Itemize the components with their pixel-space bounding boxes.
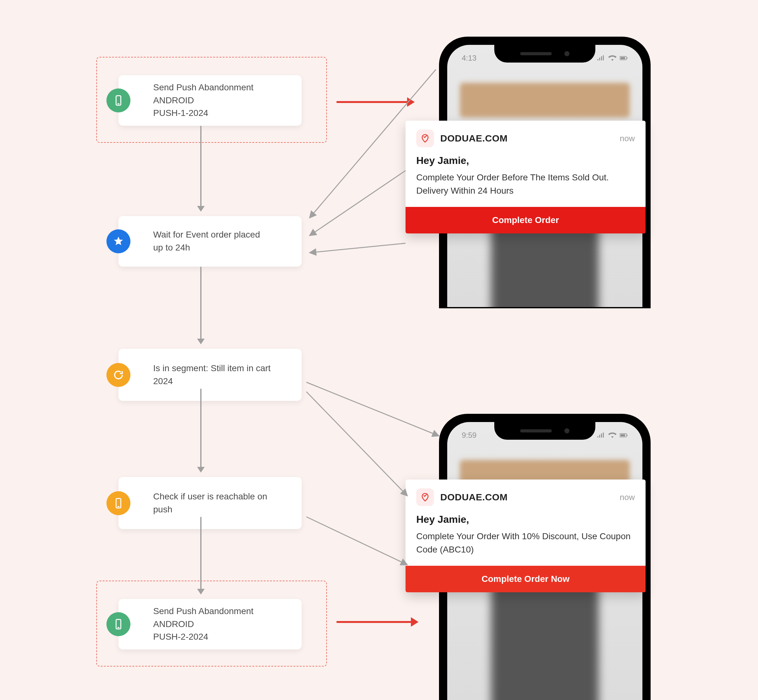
push-notification-1[interactable]: DODUAE.COM now Hey Jamie, Complete Your …: [406, 121, 645, 233]
app-logo-icon: [416, 130, 434, 147]
node-label: Is in segment: Still item in cart 2024: [153, 362, 288, 388]
connector-1-2: [200, 126, 202, 211]
connector-3-4: [200, 389, 202, 472]
phone-notch: [494, 422, 595, 440]
phone-status-icons: [597, 432, 628, 439]
notification-message: Complete Your Order Before The Items Sol…: [416, 171, 635, 197]
phone-icon: [106, 89, 130, 112]
notification-time: now: [620, 492, 635, 502]
app-logo-icon: [416, 488, 434, 506]
signal-icon: [597, 55, 605, 61]
notification-source: DODUAE.COM: [440, 492, 508, 503]
red-arrow-2: [336, 621, 417, 623]
diagram-stage: Send Push Abandonment ANDROID PUSH-1-202…: [0, 0, 758, 700]
svg-rect-7: [627, 58, 628, 59]
svg-line-16: [306, 392, 408, 496]
svg-line-17: [306, 517, 408, 565]
notification-source: DODUAE.COM: [440, 133, 508, 144]
flow-node-wait-event[interactable]: Wait for Event order placed up to 24h: [119, 216, 302, 267]
phone-time: 4:13: [462, 54, 477, 62]
node-label: Send Push Abandonment ANDROID PUSH-2-202…: [153, 605, 288, 644]
flow-node-send-push-1[interactable]: Send Push Abandonment ANDROID PUSH-1-202…: [119, 75, 302, 126]
svg-rect-10: [627, 434, 628, 436]
phone-status-icons: [597, 55, 628, 61]
notification-title: Hey Jamie,: [416, 155, 635, 166]
connector-4-5: [200, 517, 202, 594]
notification-time: now: [620, 134, 635, 144]
notification-message: Complete Your Order With 10% Discount, U…: [416, 530, 635, 556]
star-icon: [106, 229, 130, 253]
svg-rect-11: [620, 434, 625, 436]
complete-order-now-button[interactable]: Complete Order Now: [406, 566, 645, 592]
node-label: Wait for Event order placed up to 24h: [153, 228, 260, 254]
flow-node-send-push-2[interactable]: Send Push Abandonment ANDROID PUSH-2-202…: [119, 599, 302, 650]
node-label: Send Push Abandonment ANDROID PUSH-1-202…: [153, 81, 288, 120]
flow-node-reachable-check[interactable]: Check if user is reachable on push: [119, 477, 302, 529]
battery-icon: [620, 432, 628, 439]
svg-line-15: [306, 382, 439, 436]
node-label: Check if user is reachable on push: [153, 490, 288, 516]
red-arrow-1: [336, 101, 413, 103]
phone-time: 9:59: [462, 431, 477, 440]
phone-content-banner: [460, 83, 630, 117]
cycle-icon: [106, 363, 130, 387]
push-notification-2[interactable]: DODUAE.COM now Hey Jamie, Complete Your …: [406, 480, 645, 592]
svg-rect-8: [620, 57, 625, 59]
connector-2-3: [200, 267, 202, 344]
svg-line-13: [309, 170, 406, 236]
wifi-icon: [608, 432, 616, 439]
notification-title: Hey Jamie,: [416, 514, 635, 525]
signal-icon: [597, 432, 605, 439]
battery-icon: [620, 55, 628, 61]
phone-icon: [106, 612, 130, 636]
phone-notch: [494, 45, 595, 62]
wifi-icon: [608, 55, 616, 61]
flow-node-segment-check[interactable]: Is in segment: Still item in cart 2024: [119, 349, 302, 401]
phone-content-person-body: [491, 575, 599, 700]
phone-icon: [106, 491, 130, 515]
complete-order-button[interactable]: Complete Order: [406, 207, 645, 233]
svg-line-14: [309, 243, 406, 253]
